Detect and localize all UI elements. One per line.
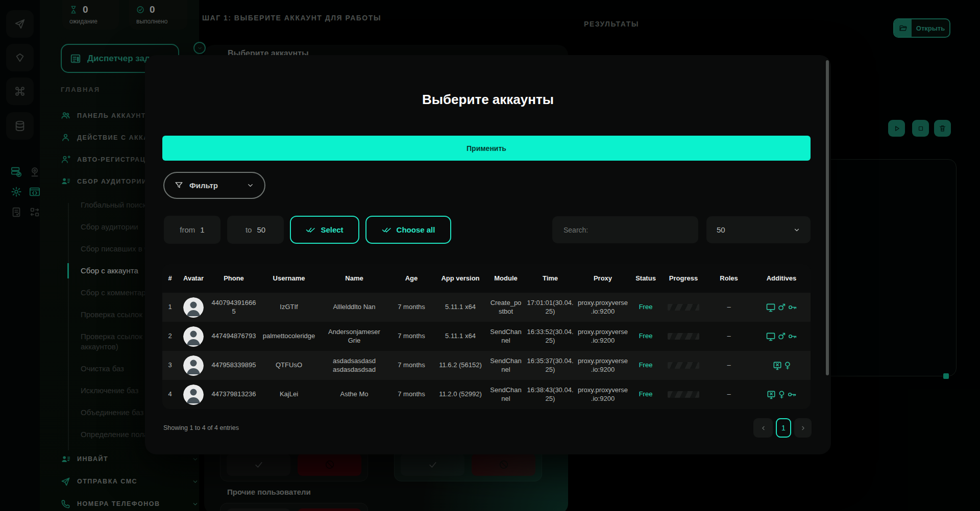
- select-accounts-modal: Выберите аккаунты Применить Фильтр from …: [145, 55, 831, 454]
- chevron-down-icon: [793, 226, 800, 234]
- progress-bar: [668, 362, 699, 369]
- key-icon: [787, 390, 797, 399]
- desktop-icon: [766, 302, 776, 313]
- col-time: Time: [525, 274, 576, 283]
- col-proxy: Proxy: [576, 274, 630, 283]
- status-badge: Free: [630, 332, 662, 340]
- choose-all-button[interactable]: Choose all: [365, 216, 451, 244]
- search-input[interactable]: [552, 216, 698, 243]
- from-label: from: [180, 225, 195, 234]
- select-button-label: Select: [321, 225, 343, 234]
- col-progress: Progress: [662, 274, 705, 283]
- table-row[interactable]: 1 4407943916665 IzGTIf Alllelddlto Nan 7…: [162, 293, 811, 322]
- from-input[interactable]: from 1: [164, 216, 220, 244]
- chevron-right-icon: [800, 425, 806, 431]
- status-badge: Free: [630, 361, 662, 369]
- next-page-button[interactable]: [794, 418, 812, 438]
- col-phone: Phone: [209, 274, 258, 283]
- desktop-x-icon: [766, 390, 776, 400]
- table-row[interactable]: 3 447958339895 QTFUsO asdadsasdasd asdas…: [162, 351, 811, 380]
- desktop-x-icon: [772, 361, 782, 371]
- col-name: Name: [320, 274, 389, 283]
- filter-dropdown[interactable]: Фильтр: [163, 172, 265, 199]
- to-label: to: [246, 225, 252, 234]
- table-header-row: # Avatar Phone Username Name Age App ver…: [162, 264, 811, 293]
- status-badge: Free: [630, 303, 662, 311]
- male-icon: ♂: [778, 332, 786, 341]
- male-icon: ♂: [778, 303, 786, 312]
- table-row[interactable]: 4 447379813236 KajLei Asthe Mo 7 months …: [162, 380, 811, 409]
- col-status: Status: [630, 274, 662, 283]
- filter-label: Фильтр: [189, 181, 218, 190]
- double-check-icon: [306, 225, 315, 235]
- double-check-icon: [382, 225, 391, 235]
- page-size-select[interactable]: 50: [706, 216, 811, 243]
- modal-title: Выберите аккаунты: [145, 92, 831, 108]
- app-screen: 0 ожидание 0 выполнено Диспетчер задач Г…: [0, 0, 980, 511]
- chevron-down-icon: [247, 182, 254, 189]
- col-num: #: [162, 274, 178, 283]
- progress-bar: [668, 304, 699, 311]
- accounts-table: # Avatar Phone Username Name Age App ver…: [162, 264, 811, 409]
- key-icon: [788, 302, 797, 312]
- chevron-left-icon: [760, 425, 767, 431]
- avatar: [183, 385, 204, 405]
- to-input[interactable]: to 50: [227, 216, 284, 244]
- avatar: [183, 355, 204, 376]
- avatar: [183, 326, 204, 347]
- progress-bar: [668, 333, 699, 340]
- col-roles: Roles: [705, 274, 752, 283]
- col-avatar: Avatar: [178, 274, 209, 283]
- apply-button[interactable]: Применить: [162, 136, 811, 161]
- female-icon: ♀: [778, 390, 785, 399]
- avatar: [183, 297, 204, 318]
- page-size-value: 50: [717, 225, 725, 234]
- col-additives: Additives: [752, 274, 811, 283]
- search-field-wrap: [552, 216, 698, 243]
- choose-all-button-label: Choose all: [397, 225, 435, 234]
- table-row[interactable]: 2 447494876793 palmettocoleridge Anderso…: [162, 322, 811, 351]
- from-value: 1: [200, 225, 204, 234]
- key-icon: [788, 331, 797, 341]
- page-number-button[interactable]: 1: [776, 418, 791, 438]
- funnel-icon: [175, 181, 183, 190]
- status-badge: Free: [630, 390, 662, 398]
- to-value: 50: [257, 225, 265, 234]
- showing-entries-text: Showing 1 to 4 of 4 entries: [163, 424, 239, 431]
- col-age: Age: [389, 274, 434, 283]
- progress-bar: [668, 391, 699, 398]
- prev-page-button[interactable]: [753, 418, 773, 438]
- female-icon: ♀: [785, 361, 791, 370]
- col-username: Username: [258, 274, 320, 283]
- col-module: Module: [487, 274, 525, 283]
- desktop-icon: [766, 331, 776, 342]
- select-button[interactable]: Select: [290, 216, 359, 244]
- col-app-version: App version: [434, 274, 487, 283]
